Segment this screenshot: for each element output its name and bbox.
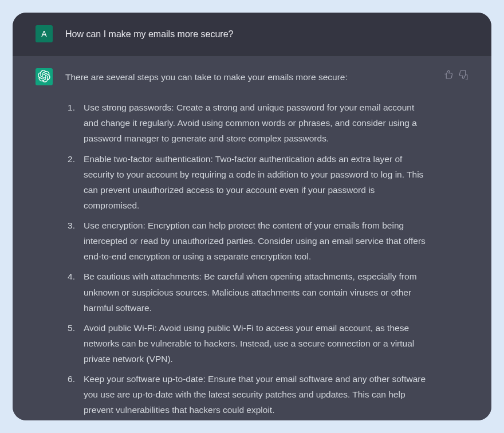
openai-logo-icon	[38, 70, 50, 84]
assistant-intro: There are several steps you can take to …	[65, 69, 431, 85]
list-item: Use encryption: Encryption can help prot…	[80, 218, 431, 264]
assistant-numbered-list: Use strong passwords: Create a strong an…	[65, 100, 431, 418]
chat-window: A How can I make my emails more secure? …	[13, 13, 491, 420]
feedback-buttons	[443, 68, 468, 80]
thumbs-up-icon[interactable]	[443, 69, 454, 80]
assistant-avatar	[36, 68, 53, 85]
user-avatar: A	[36, 25, 53, 42]
assistant-message: There are several steps you can take to …	[13, 56, 491, 420]
list-item: Enable two-factor authentication: Two-fa…	[80, 151, 431, 214]
user-avatar-letter: A	[41, 29, 46, 38]
list-item: Be cautious with attachments: Be careful…	[80, 269, 431, 315]
list-item: Avoid public Wi-Fi: Avoid using public W…	[80, 320, 431, 367]
list-item: Keep your software up-to-date: Ensure th…	[80, 371, 431, 418]
user-message-text: How can I make my emails more secure?	[65, 25, 468, 42]
list-item: Use strong passwords: Create a strong an…	[80, 100, 431, 146]
thumbs-down-icon[interactable]	[458, 69, 468, 80]
assistant-content: There are several steps you can take to …	[65, 68, 431, 420]
assistant-message-body: There are several steps you can take to …	[65, 68, 431, 418]
user-message: A How can I make my emails more secure?	[13, 13, 491, 56]
